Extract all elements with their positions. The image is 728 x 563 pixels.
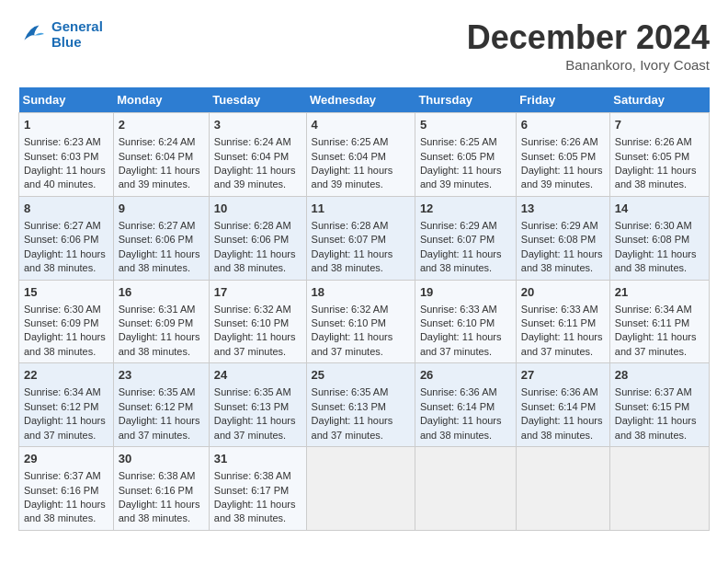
daylight-text: Daylight: 11 hours and 38 minutes. <box>420 414 511 442</box>
sunset-text: Sunset: 6:06 PM <box>24 233 108 247</box>
daylight-text: Daylight: 11 hours and 37 minutes. <box>214 330 301 359</box>
logo: General Blue <box>18 18 103 50</box>
sunrise-text: Sunrise: 6:38 AM <box>214 469 301 483</box>
day-number: 21 <box>615 284 704 301</box>
calendar-cell: 16Sunrise: 6:31 AMSunset: 6:09 PMDayligh… <box>113 280 209 363</box>
sunset-text: Sunset: 6:05 PM <box>521 150 605 164</box>
daylight-text: Daylight: 11 hours and 39 minutes. <box>312 164 410 192</box>
day-number: 28 <box>615 367 704 384</box>
sunset-text: Sunset: 6:04 PM <box>312 150 410 164</box>
sunset-text: Sunset: 6:10 PM <box>312 316 410 330</box>
sunrise-text: Sunrise: 6:27 AM <box>119 219 204 233</box>
day-number: 17 <box>214 284 301 301</box>
location: Banankoro, Ivory Coast <box>467 57 710 73</box>
calendar-cell: 4Sunrise: 6:25 AMSunset: 6:04 PMDaylight… <box>306 113 415 197</box>
sunset-text: Sunset: 6:03 PM <box>24 150 108 164</box>
day-number: 10 <box>214 201 301 217</box>
sunrise-text: Sunrise: 6:30 AM <box>24 303 108 316</box>
day-number: 14 <box>615 201 704 217</box>
sunrise-text: Sunrise: 6:25 AM <box>312 135 410 149</box>
day-number: 29 <box>24 451 108 467</box>
calendar-cell: 6Sunrise: 6:26 AMSunset: 6:05 PMDaylight… <box>516 113 609 197</box>
daylight-text: Daylight: 11 hours and 37 minutes. <box>312 414 410 442</box>
header-day-saturday: Saturday <box>609 87 709 113</box>
calendar-cell: 14Sunrise: 6:30 AMSunset: 6:08 PMDayligh… <box>609 196 709 280</box>
calendar-cell: 1Sunrise: 6:23 AMSunset: 6:03 PMDaylight… <box>19 113 114 197</box>
calendar-cell: 24Sunrise: 6:35 AMSunset: 6:13 PMDayligh… <box>209 363 306 447</box>
sunset-text: Sunset: 6:10 PM <box>214 316 301 330</box>
header-day-friday: Friday <box>516 87 609 113</box>
sunrise-text: Sunrise: 6:29 AM <box>521 219 605 233</box>
calendar-cell: 20Sunrise: 6:33 AMSunset: 6:11 PMDayligh… <box>516 280 609 363</box>
daylight-text: Daylight: 11 hours and 38 minutes. <box>119 498 204 526</box>
sunset-text: Sunset: 6:04 PM <box>119 150 204 164</box>
daylight-text: Daylight: 11 hours and 38 minutes. <box>615 247 704 276</box>
sunrise-text: Sunrise: 6:37 AM <box>615 385 704 399</box>
day-number: 16 <box>119 284 204 301</box>
sunrise-text: Sunrise: 6:34 AM <box>615 303 704 316</box>
daylight-text: Daylight: 11 hours and 38 minutes. <box>119 247 204 276</box>
daylight-text: Daylight: 11 hours and 38 minutes. <box>521 247 605 276</box>
daylight-text: Daylight: 11 hours and 38 minutes. <box>521 414 605 442</box>
day-number: 7 <box>615 117 704 133</box>
daylight-text: Daylight: 11 hours and 38 minutes. <box>24 247 108 276</box>
sunset-text: Sunset: 6:06 PM <box>119 233 204 247</box>
calendar-cell: 19Sunrise: 6:33 AMSunset: 6:10 PMDayligh… <box>415 280 516 363</box>
sunset-text: Sunset: 6:14 PM <box>521 400 605 414</box>
sunset-text: Sunset: 6:07 PM <box>420 233 511 247</box>
title-block: December 2024 Banankoro, Ivory Coast <box>467 18 710 73</box>
daylight-text: Daylight: 11 hours and 39 minutes. <box>119 164 204 192</box>
daylight-text: Daylight: 11 hours and 37 minutes. <box>615 330 704 359</box>
calendar-row: 8Sunrise: 6:27 AMSunset: 6:06 PMDaylight… <box>19 196 710 280</box>
sunset-text: Sunset: 6:14 PM <box>420 400 511 414</box>
calendar-cell: 5Sunrise: 6:25 AMSunset: 6:05 PMDaylight… <box>415 113 516 197</box>
calendar-cell: 28Sunrise: 6:37 AMSunset: 6:15 PMDayligh… <box>609 363 709 447</box>
sunrise-text: Sunrise: 6:25 AM <box>420 135 511 149</box>
day-number: 19 <box>420 284 511 301</box>
sunrise-text: Sunrise: 6:33 AM <box>521 303 605 316</box>
header-day-thursday: Thursday <box>415 87 516 113</box>
sunrise-text: Sunrise: 6:36 AM <box>420 385 511 399</box>
sunset-text: Sunset: 6:10 PM <box>420 316 511 330</box>
day-number: 8 <box>24 201 108 217</box>
sunrise-text: Sunrise: 6:36 AM <box>521 385 605 399</box>
daylight-text: Daylight: 11 hours and 39 minutes. <box>521 164 605 192</box>
day-number: 13 <box>521 201 605 217</box>
sunset-text: Sunset: 6:11 PM <box>521 316 605 330</box>
sunrise-text: Sunrise: 6:28 AM <box>312 219 410 233</box>
sunset-text: Sunset: 6:04 PM <box>214 150 301 164</box>
daylight-text: Daylight: 11 hours and 39 minutes. <box>214 164 301 192</box>
sunrise-text: Sunrise: 6:38 AM <box>119 469 204 483</box>
sunrise-text: Sunrise: 6:26 AM <box>521 135 605 149</box>
day-number: 30 <box>119 451 204 467</box>
daylight-text: Daylight: 11 hours and 39 minutes. <box>420 164 511 192</box>
calendar-cell: 23Sunrise: 6:35 AMSunset: 6:12 PMDayligh… <box>113 363 209 447</box>
sunrise-text: Sunrise: 6:37 AM <box>24 469 108 483</box>
calendar-cell: 3Sunrise: 6:24 AMSunset: 6:04 PMDaylight… <box>209 113 306 197</box>
day-number: 4 <box>312 117 410 133</box>
sunset-text: Sunset: 6:08 PM <box>615 233 704 247</box>
calendar-cell: 18Sunrise: 6:32 AMSunset: 6:10 PMDayligh… <box>306 280 415 363</box>
sunrise-text: Sunrise: 6:24 AM <box>214 135 301 149</box>
sunrise-text: Sunrise: 6:29 AM <box>420 219 511 233</box>
calendar-cell: 2Sunrise: 6:24 AMSunset: 6:04 PMDaylight… <box>113 113 209 197</box>
day-number: 26 <box>420 367 511 384</box>
calendar-cell <box>609 447 709 531</box>
calendar-cell <box>516 447 609 531</box>
calendar-cell: 10Sunrise: 6:28 AMSunset: 6:06 PMDayligh… <box>209 196 306 280</box>
calendar-cell <box>415 447 516 531</box>
calendar-cell: 26Sunrise: 6:36 AMSunset: 6:14 PMDayligh… <box>415 363 516 447</box>
sunset-text: Sunset: 6:13 PM <box>214 400 301 414</box>
day-number: 11 <box>312 201 410 217</box>
calendar-cell: 15Sunrise: 6:30 AMSunset: 6:09 PMDayligh… <box>19 280 114 363</box>
sunrise-text: Sunrise: 6:35 AM <box>312 385 410 399</box>
calendar-cell: 7Sunrise: 6:26 AMSunset: 6:05 PMDaylight… <box>609 113 709 197</box>
daylight-text: Daylight: 11 hours and 37 minutes. <box>214 414 301 442</box>
daylight-text: Daylight: 11 hours and 37 minutes. <box>521 330 605 359</box>
sunset-text: Sunset: 6:13 PM <box>312 400 410 414</box>
day-number: 22 <box>24 367 108 384</box>
calendar-row: 29Sunrise: 6:37 AMSunset: 6:16 PMDayligh… <box>19 447 710 531</box>
day-number: 31 <box>214 451 301 467</box>
calendar-cell: 9Sunrise: 6:27 AMSunset: 6:06 PMDaylight… <box>113 196 209 280</box>
calendar-table: SundayMondayTuesdayWednesdayThursdayFrid… <box>18 87 710 531</box>
